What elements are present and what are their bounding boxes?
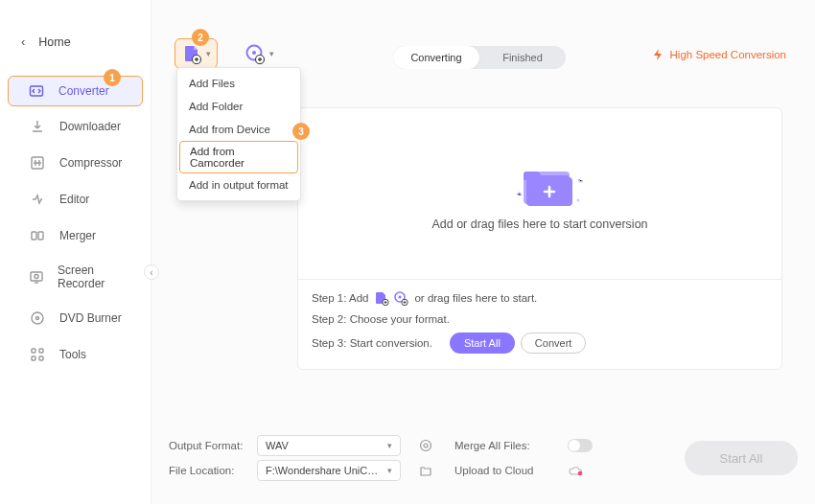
step1-icons xyxy=(374,290,408,306)
svg-rect-15 xyxy=(39,356,43,360)
chevron-left-icon: ‹ xyxy=(21,34,25,49)
sidebar-item-compressor[interactable]: Compressor xyxy=(8,147,143,179)
svg-point-11 xyxy=(36,317,39,320)
dropdown-item-add-from-camcorder[interactable]: Add from Camcorder xyxy=(179,141,298,173)
sidebar-item-label: Screen Recorder xyxy=(58,263,133,290)
tab-finished[interactable]: Finished xyxy=(479,46,566,69)
output-format-select[interactable]: WAV▾ xyxy=(257,435,401,456)
sidebar-collapse-handle[interactable]: ‹ xyxy=(144,264,159,280)
tools-icon xyxy=(29,346,46,363)
callout-badge-2: 2 xyxy=(192,29,209,46)
svg-point-18 xyxy=(252,51,256,55)
svg-point-25 xyxy=(399,296,402,299)
high-speed-conversion[interactable]: High Speed Conversion xyxy=(651,48,786,61)
status-segmented-control: Converting Finished xyxy=(393,46,566,69)
panel-divider xyxy=(298,279,781,280)
merger-icon xyxy=(29,227,46,244)
step1-prefix: Step 1: Add xyxy=(312,292,368,304)
svg-rect-6 xyxy=(32,232,36,240)
caret-down-icon: ▾ xyxy=(269,49,274,58)
callout-badge-1: 1 xyxy=(104,69,121,86)
screen-recorder-icon xyxy=(29,268,44,286)
svg-point-27 xyxy=(421,441,431,451)
hsc-label: High Speed Conversion xyxy=(670,49,786,60)
steps: Step 1: Add or drag files here to start.… xyxy=(312,290,768,361)
caret-down-icon: ▾ xyxy=(206,49,211,58)
open-folder-icon[interactable] xyxy=(418,463,433,478)
drop-zone[interactable]: Add or drag files here to start conversi… xyxy=(298,108,781,231)
sidebar-item-label: DVD Burner xyxy=(59,311,122,325)
sidebar-item-label: Downloader xyxy=(59,120,121,133)
dvd-burner-icon xyxy=(29,309,46,327)
dropdown-item-add-files[interactable]: Add Files xyxy=(177,72,300,95)
svg-rect-12 xyxy=(32,349,35,353)
sidebar-item-converter[interactable]: Converter xyxy=(8,76,143,106)
convert-button[interactable]: Convert xyxy=(521,332,587,354)
tab-converting[interactable]: Converting xyxy=(393,46,479,69)
svg-rect-8 xyxy=(31,272,42,281)
sidebar-back-label: Home xyxy=(38,35,70,49)
sidebar: ‹ Home Converter Downloader Compressor E… xyxy=(0,0,151,504)
file-location-label: File Location: xyxy=(169,465,249,476)
editor-icon xyxy=(29,191,46,208)
callout-badge-3: 3 xyxy=(292,123,310,140)
main-area: ▾ ▾ Converting Finished High Speed Conve… xyxy=(151,0,815,504)
merge-toggle[interactable] xyxy=(568,439,593,452)
step2: Step 2: Choose your format. xyxy=(312,313,450,325)
sidebar-item-label: Tools xyxy=(59,348,86,361)
sidebar-item-label: Merger xyxy=(59,229,96,242)
svg-point-28 xyxy=(424,444,428,447)
svg-rect-7 xyxy=(38,232,43,240)
add-disc-button[interactable]: ▾ xyxy=(239,39,280,68)
svg-point-9 xyxy=(35,275,38,279)
sidebar-item-tools[interactable]: Tools xyxy=(8,338,143,371)
sidebar-item-merger[interactable]: Merger xyxy=(8,219,143,252)
file-location-select[interactable]: F:\Wondershare UniConverter 1▾ xyxy=(257,460,401,481)
start-all-main-button[interactable]: Start All xyxy=(685,441,798,475)
dropdown-item-add-folder[interactable]: Add Folder xyxy=(177,95,300,118)
sidebar-item-downloader[interactable]: Downloader xyxy=(8,110,143,143)
cloud-icon[interactable] xyxy=(568,463,583,478)
dropdown-item-add-from-device[interactable]: Add from Device xyxy=(177,118,300,141)
sidebar-item-screen-recorder[interactable]: Screen Recorder xyxy=(8,256,143,298)
svg-point-29 xyxy=(578,471,583,476)
downloader-icon xyxy=(29,118,46,135)
folder-plus-icon xyxy=(509,156,570,202)
svg-point-10 xyxy=(32,312,43,324)
add-file-dropdown: Add Files Add Folder Add from Device Add… xyxy=(176,67,301,201)
dropdown-item-add-in-output-format[interactable]: Add in output format xyxy=(177,173,300,196)
drop-panel: Add or drag files here to start conversi… xyxy=(297,107,782,370)
sidebar-back[interactable]: ‹ Home xyxy=(0,27,151,57)
compressor-icon xyxy=(29,154,46,172)
sidebar-item-label: Compressor xyxy=(59,156,122,170)
sidebar-item-editor[interactable]: Editor xyxy=(8,183,143,216)
output-format-label: Output Format: xyxy=(169,440,249,451)
output-format-value: WAV xyxy=(266,440,289,451)
file-location-value: F:\Wondershare UniConverter 1 xyxy=(266,465,381,476)
converter-icon xyxy=(28,82,45,100)
sidebar-item-label: Editor xyxy=(59,193,89,206)
sidebar-item-label: Converter xyxy=(58,84,109,98)
svg-rect-14 xyxy=(32,356,35,360)
drop-message: Add or drag files here to start conversi… xyxy=(298,218,781,231)
step3: Step 3: Start conversion. xyxy=(312,337,432,349)
start-all-button[interactable]: Start All xyxy=(450,332,515,354)
toolbar: ▾ ▾ xyxy=(175,38,280,69)
merge-label: Merge All Files: xyxy=(454,440,560,451)
upload-cloud-label: Upload to Cloud xyxy=(454,465,560,476)
step1-suffix: or drag files here to start. xyxy=(414,292,537,304)
svg-rect-13 xyxy=(39,349,43,353)
svg-point-22 xyxy=(577,199,580,202)
sidebar-item-dvd-burner[interactable]: DVD Burner xyxy=(8,302,143,334)
settings-icon[interactable] xyxy=(418,438,433,453)
footer: Output Format: WAV▾ Merge All Files: Sta… xyxy=(169,433,798,491)
